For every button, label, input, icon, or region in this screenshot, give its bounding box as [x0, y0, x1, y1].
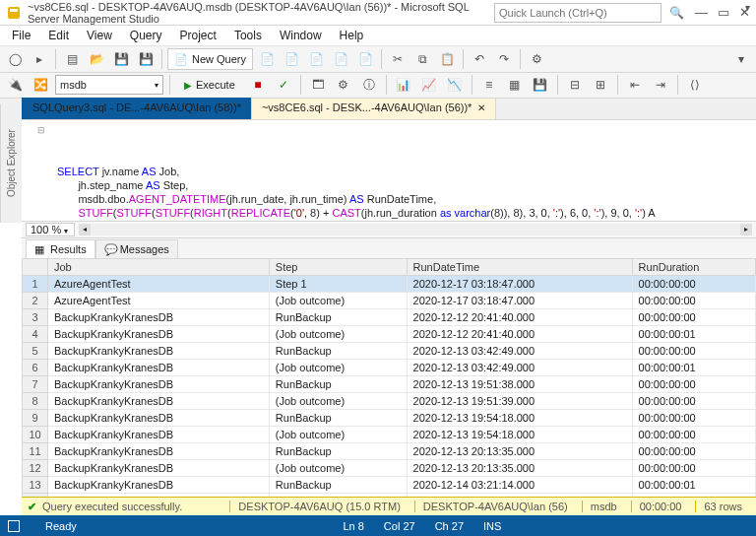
- mdx-query-icon[interactable]: 📄: [305, 48, 327, 70]
- fold-icon[interactable]: ⊟: [37, 123, 48, 137]
- paste-icon[interactable]: 📋: [436, 48, 458, 70]
- menu-window[interactable]: Window: [272, 27, 330, 44]
- tab-results[interactable]: ▦Results: [26, 239, 95, 258]
- indent-icon[interactable]: ⇥: [650, 74, 671, 96]
- table-row[interactable]: 4BackupKrankyKranesDB(Job outcome)2020-1…: [23, 326, 756, 343]
- toolbar-overflow-icon[interactable]: ▾: [730, 48, 752, 70]
- maximize-button[interactable]: ▭: [718, 5, 729, 20]
- results-grid-icon[interactable]: ▦: [504, 74, 526, 96]
- status-elapsed: 00:00:00: [631, 501, 690, 512]
- status-ch: Ch 27: [435, 520, 464, 532]
- client-stats-icon[interactable]: 📉: [444, 74, 466, 96]
- tab-vs8ce6[interactable]: ~vs8CE6.sql - DESK...-4AV6AUQ\Ian (56))*…: [251, 98, 496, 119]
- new-item-icon[interactable]: ▤: [61, 48, 83, 70]
- nav-back-icon[interactable]: ◯: [4, 48, 26, 70]
- open-icon[interactable]: 📂: [86, 48, 107, 70]
- actual-plan-icon[interactable]: 📊: [393, 74, 414, 96]
- object-explorer-tab[interactable]: Object Explorer: [0, 104, 22, 223]
- table-row[interactable]: 7BackupKrankyKranesDBRunBackup2020-12-13…: [23, 376, 756, 393]
- quick-launch-input[interactable]: [494, 3, 662, 23]
- zoom-selector[interactable]: 100 % ▾: [26, 223, 75, 236]
- table-row[interactable]: 8BackupKrankyKranesDB(Job outcome)2020-1…: [23, 393, 756, 410]
- as-query-icon[interactable]: 📄: [281, 48, 302, 70]
- column-header[interactable]: [23, 259, 48, 276]
- cell: RunBackup: [269, 477, 407, 494]
- cell: 12: [23, 460, 48, 477]
- save-icon[interactable]: 💾: [110, 48, 132, 70]
- minimize-button[interactable]: —: [695, 5, 708, 20]
- undo-icon[interactable]: ↶: [469, 48, 490, 70]
- menu-tools[interactable]: Tools: [226, 27, 270, 44]
- menu-file[interactable]: File: [4, 27, 38, 44]
- column-header[interactable]: RunDateTime: [407, 259, 632, 276]
- live-stats-icon[interactable]: 📈: [418, 74, 440, 96]
- table-row[interactable]: 12BackupKrankyKranesDB(Job outcome)2020-…: [23, 460, 756, 477]
- editor-footer: 100 % ▾ ◂▸: [22, 221, 756, 237]
- new-query-button[interactable]: 📄New Query: [167, 48, 253, 70]
- db-engine-query-icon[interactable]: 📄: [256, 48, 278, 70]
- messages-icon: 💬: [104, 243, 116, 255]
- table-row[interactable]: 13BackupKrankyKranesDBRunBackup2020-12-1…: [23, 477, 756, 494]
- cell: AzureAgentTest: [48, 276, 270, 293]
- connect-icon[interactable]: 🔌: [4, 74, 26, 96]
- menu-query[interactable]: Query: [122, 27, 170, 44]
- cell: (Job outcome): [269, 360, 407, 376]
- cell: 9: [23, 410, 48, 427]
- copy-icon[interactable]: ⧉: [411, 48, 433, 70]
- search-icon[interactable]: 🔍: [665, 2, 687, 24]
- table-row[interactable]: 5BackupKrankyKranesDBRunBackup2020-12-13…: [23, 343, 756, 360]
- table-row[interactable]: 3BackupKrankyKranesDBRunBackup2020-12-12…: [23, 309, 756, 326]
- template-params-icon[interactable]: ⟨⟩: [684, 74, 706, 96]
- menu-project[interactable]: Project: [172, 27, 224, 44]
- tab-dropdown-icon[interactable]: ▾: [740, 2, 754, 16]
- redo-icon[interactable]: ↷: [493, 48, 515, 70]
- tab-sqlquery3[interactable]: SQLQuery3.sql - DE...-4AV6AUQ\Ian (58))*: [22, 98, 252, 119]
- horizontal-scrollbar[interactable]: ◂▸: [79, 224, 752, 235]
- svg-rect-0: [8, 7, 20, 19]
- stop-icon[interactable]: ■: [247, 74, 269, 96]
- nav-fwd-icon[interactable]: ▸: [29, 48, 50, 70]
- cell: BackupKrankyKranesDB: [48, 443, 270, 460]
- database-selector[interactable]: msdb▾: [55, 75, 163, 95]
- cell: (Job outcome): [269, 393, 407, 410]
- column-header[interactable]: Job: [48, 259, 270, 276]
- menu-help[interactable]: Help: [332, 27, 372, 44]
- comment-icon[interactable]: ⊟: [564, 74, 586, 96]
- window-title: ~vs8CE6.sql - DESKTOP-4AV6AUQ.msdb (DESK…: [28, 1, 494, 25]
- outdent-icon[interactable]: ⇤: [624, 74, 646, 96]
- column-header[interactable]: RunDuration: [632, 259, 755, 276]
- table-row[interactable]: 9BackupKrankyKranesDBRunBackup2020-12-13…: [23, 410, 756, 427]
- intellisense-icon[interactable]: ⓘ: [358, 74, 380, 96]
- table-row[interactable]: 6BackupKrankyKranesDB(Job outcome)2020-1…: [23, 360, 756, 376]
- menu-edit[interactable]: Edit: [40, 27, 77, 44]
- table-row[interactable]: 11BackupKrankyKranesDBRunBackup2020-12-1…: [23, 443, 756, 460]
- solution-config-icon[interactable]: ⚙: [526, 48, 547, 70]
- cut-icon[interactable]: ✂: [387, 48, 409, 70]
- cell: BackupKrankyKranesDB: [48, 343, 270, 360]
- menu-view[interactable]: View: [79, 27, 120, 44]
- dmx-query-icon[interactable]: 📄: [330, 48, 351, 70]
- tab-messages[interactable]: 💬Messages: [95, 239, 178, 258]
- app-icon: [6, 5, 22, 21]
- query-options-icon[interactable]: ⚙: [333, 74, 354, 96]
- execute-button[interactable]: ▶Execute: [176, 74, 243, 96]
- results-file-icon[interactable]: 💾: [530, 74, 551, 96]
- column-header[interactable]: Step: [269, 259, 407, 276]
- estimated-plan-icon[interactable]: 🗔: [307, 74, 329, 96]
- table-row[interactable]: 10BackupKrankyKranesDB(Job outcome)2020-…: [23, 427, 756, 443]
- close-tab-icon[interactable]: ✕: [477, 102, 485, 113]
- results-grid[interactable]: JobStepRunDateTimeRunDuration 1AzureAgen…: [22, 258, 756, 497]
- save-all-icon[interactable]: 💾: [135, 48, 157, 70]
- table-row[interactable]: 1AzureAgentTestStep 12020-12-17 03:18:47…: [23, 276, 756, 293]
- table-row[interactable]: 2AzureAgentTest(Job outcome)2020-12-17 0…: [23, 293, 756, 309]
- parse-icon[interactable]: ✓: [273, 74, 294, 96]
- xmla-query-icon[interactable]: 📄: [354, 48, 376, 70]
- sql-editor[interactable]: ⊟ SELECT jv.name AS Job, jh.step_name AS…: [22, 120, 756, 221]
- cell: 2020-12-13 20:13:35.000: [407, 443, 632, 460]
- cell: RunBackup: [269, 376, 407, 393]
- cell: 00:00:00:00: [632, 309, 755, 326]
- change-connection-icon[interactable]: 🔀: [30, 74, 51, 96]
- results-text-icon[interactable]: ≡: [478, 74, 500, 96]
- uncomment-icon[interactable]: ⊞: [590, 74, 611, 96]
- table-row[interactable]: 14BackupKrankyKranesDB(Job outcome)2020-…: [23, 494, 756, 498]
